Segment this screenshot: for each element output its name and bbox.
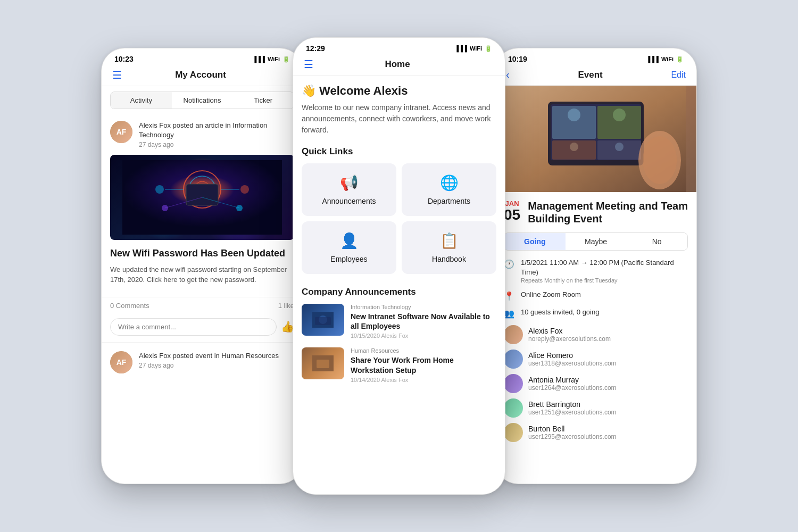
phone-left: 10:23 ▐▐▐ WiFi 🔋 ☰ My Account Activity N…	[101, 48, 303, 484]
event-time-row: 🕐 1/5/2021 11:00 AM → 12:00 PM (Pacific …	[504, 258, 688, 284]
event-date-badge: JAN 05	[504, 200, 520, 222]
article-title[interactable]: New Wifi Password Has Been Updated	[110, 247, 294, 260]
time-right: 10:19	[508, 55, 527, 63]
announce-meta-1: 10/15/2020 Alexis Fox	[351, 332, 496, 339]
like-count: 1 like	[278, 302, 294, 310]
event-guests-summary-row: 👥 10 guests invited, 0 going	[504, 307, 688, 319]
guest-avatar-1	[504, 350, 523, 369]
guest-email-2: user1264@axerosolutions.com	[528, 384, 688, 392]
menu-icon-center[interactable]: ☰	[304, 58, 313, 71]
svg-rect-17	[317, 360, 329, 368]
clock-icon: 🕐	[504, 259, 514, 269]
status-bar-left: 10:23 ▐▐▐ WiFi 🔋	[102, 48, 303, 66]
guest-avatar-0	[504, 325, 523, 344]
phone-center-content: 👋 Welcome Alexis Welcome to our new comp…	[293, 76, 505, 479]
employees-icon: 👤	[340, 232, 359, 250]
tab-notifications[interactable]: Notifications	[172, 92, 233, 109]
announce-thumb-1	[302, 304, 344, 336]
guest-email-0: noreply@axerosolutions.com	[528, 335, 688, 343]
avatar-alexis-2: AF	[110, 351, 132, 373]
home-content: 👋 Welcome Alexis Welcome to our new comp…	[293, 76, 505, 400]
quick-link-announcements[interactable]: 📢 Announcements	[302, 163, 396, 216]
edit-button[interactable]: Edit	[671, 70, 686, 80]
guest-avatar-4	[504, 423, 523, 442]
event-location-row: 📍 Online Zoom Room	[504, 290, 688, 301]
activity-item-2: AF Alexis Fox posted event in Human Reso…	[102, 345, 303, 380]
tech-graphic	[122, 160, 282, 235]
battery-icon-c: 🔋	[485, 45, 492, 52]
quick-link-employees[interactable]: 👤 Employees	[302, 221, 396, 274]
back-icon[interactable]: ‹	[506, 69, 510, 81]
guest-info-4: Burton Bell user1295@axerosolutions.com	[528, 425, 688, 440]
svg-rect-4	[186, 184, 218, 205]
event-image	[495, 86, 696, 192]
wifi-icon: WiFi	[268, 56, 280, 62]
phone-right-content: JAN 05 Management Meeting and Team Build…	[495, 86, 696, 468]
guest-item-1[interactable]: Alice Romero user1318@axerosolutions.com	[504, 350, 688, 369]
announce-category-1: Information Technology	[351, 304, 496, 310]
quick-link-departments[interactable]: 🌐 Departments	[402, 163, 496, 216]
announcements-icon: 📢	[340, 174, 359, 192]
wifi-icon-c: WiFi	[470, 45, 482, 52]
guest-info-3: Brett Barrington user1251@axerosolutions…	[528, 400, 688, 416]
announce-meta-2: 10/14/2020 Alexis Fox	[351, 377, 496, 383]
announce-content-1: Information Technology New Intranet Soft…	[351, 304, 496, 339]
rsvp-going[interactable]: Going	[504, 233, 566, 250]
event-title: Management Meeting and Team Building Eve…	[528, 200, 688, 225]
guest-avatar-2	[504, 374, 523, 393]
activity-text-1: Alexis Fox posted an article in Informat…	[139, 121, 294, 148]
guest-name-3: Brett Barrington	[528, 400, 688, 409]
location-icon: 📍	[504, 291, 514, 301]
article-desc: We updated the new wifi password startin…	[110, 264, 294, 285]
announcements-title: Company Announcements	[302, 287, 496, 297]
guest-info-1: Alice Romero user1318@axerosolutions.com	[528, 351, 688, 367]
svg-point-27	[570, 143, 578, 151]
article-image	[110, 155, 294, 240]
event-details: 🕐 1/5/2021 11:00 AM → 12:00 PM (Pacific …	[495, 258, 696, 319]
phones-container: 10:23 ▐▐▐ WiFi 🔋 ☰ My Account Activity N…	[90, 16, 708, 516]
welcome-section: 👋 Welcome Alexis Welcome to our new comp…	[302, 84, 496, 136]
rsvp-no[interactable]: No	[626, 233, 687, 250]
nav-title-left: My Account	[175, 70, 226, 80]
menu-icon-left[interactable]: ☰	[112, 69, 122, 81]
status-icons-left: ▐▐▐ WiFi 🔋	[252, 56, 290, 63]
announcement-item-2[interactable]: Human Resources Share Your Work From Hom…	[302, 347, 496, 383]
status-icons-right: ▐▐▐ WiFi 🔋	[646, 56, 684, 63]
guest-item-4[interactable]: Burton Bell user1295@axerosolutions.com	[504, 423, 688, 442]
guest-name-2: Antonia Murray	[528, 376, 688, 384]
svg-point-25	[568, 109, 580, 121]
event-recurrence: Repeats Monthly on the first Tuesday	[521, 277, 688, 284]
event-header: JAN 05 Management Meeting and Team Build…	[495, 192, 696, 232]
svg-point-7	[155, 185, 164, 194]
activity-text-2: Alexis Fox posted event in Human Resourc…	[139, 351, 279, 369]
rsvp-maybe[interactable]: Maybe	[566, 233, 627, 250]
guest-item-3[interactable]: Brett Barrington user1251@axerosolutions…	[504, 398, 688, 418]
battery-icon: 🔋	[282, 56, 290, 63]
guest-item-2[interactable]: Antonia Murray user1264@axerosolutions.c…	[504, 374, 688, 393]
svg-point-28	[615, 143, 624, 151]
announcement-item-1[interactable]: Information Technology New Intranet Soft…	[302, 304, 496, 339]
comment-input[interactable]	[110, 318, 277, 336]
quick-links-grid: 📢 Announcements 🌐 Departments 👤 Employee…	[302, 163, 496, 274]
welcome-text: Welcome to our new company intranet. Acc…	[302, 102, 496, 136]
rsvp-bar: Going Maybe No	[504, 232, 688, 251]
announce-category-2: Human Resources	[351, 347, 496, 354]
phone-right: 10:19 ▐▐▐ WiFi 🔋 ‹ Event Edit	[495, 48, 697, 484]
time-center: 12:29	[306, 44, 325, 53]
quick-link-handbook[interactable]: 📋 Handbook	[402, 221, 496, 274]
tab-activity[interactable]: Activity	[111, 92, 172, 109]
avatar-alexis: AF	[110, 121, 132, 143]
time-left: 10:23	[114, 55, 134, 63]
signal-icon-r: ▐▐▐	[646, 56, 658, 62]
hr-thumb-graphic	[312, 355, 334, 371]
event-image-graphic	[505, 86, 686, 192]
guest-info-0: Alexis Fox noreply@axerosolutions.com	[528, 327, 688, 343]
nav-title-right: Event	[578, 70, 602, 80]
nav-bar-left: ☰ My Account	[102, 66, 303, 86]
handbook-icon: 📋	[440, 232, 459, 250]
guests-icon: 👥	[504, 309, 514, 319]
guest-item-0[interactable]: Alexis Fox noreply@axerosolutions.com	[504, 325, 688, 344]
article-content: New Wifi Password Has Been Updated We up…	[102, 240, 303, 292]
status-bar-center: 12:29 ▐▐▐ WiFi 🔋	[293, 38, 505, 56]
tab-ticker[interactable]: Ticker	[232, 92, 294, 109]
